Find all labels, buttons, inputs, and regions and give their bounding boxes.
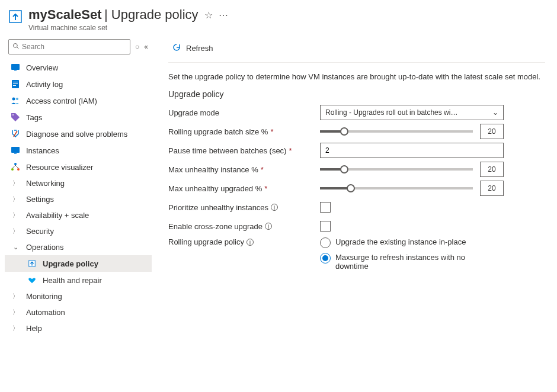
max-unhealthy-instance-label: Max unhealthy instance % * bbox=[168, 165, 320, 174]
sidebar-item-upgrade-policy[interactable]: Upgrade policy bbox=[5, 255, 152, 272]
nav-label: Help bbox=[26, 324, 42, 333]
chevron-down-icon: ⌄ bbox=[492, 108, 498, 117]
refresh-label: Refresh bbox=[186, 44, 213, 53]
search-input[interactable] bbox=[22, 43, 126, 51]
nav-label: Activity log bbox=[26, 80, 63, 89]
section-name: Upgrade policy bbox=[111, 7, 199, 22]
radio-label: Maxsurge to refresh instances with no do… bbox=[335, 253, 498, 271]
search-icon bbox=[12, 41, 20, 52]
nav-label: Availability + scale bbox=[26, 211, 89, 220]
pause-time-label: Pause time between batches (sec) * bbox=[168, 146, 320, 155]
svg-rect-13 bbox=[11, 147, 20, 153]
svg-rect-6 bbox=[13, 82, 18, 82]
resource-type-icon bbox=[8, 9, 23, 24]
more-menu-icon[interactable]: ⋯ bbox=[219, 9, 228, 21]
svg-line-2 bbox=[17, 47, 19, 49]
info-icon[interactable]: i bbox=[265, 223, 272, 230]
sidebar-item-security[interactable]: 〉 Security bbox=[5, 223, 152, 239]
sidebar-item-resource-visualizer[interactable]: Resource visualizer bbox=[5, 159, 152, 175]
resource-subtitle: Virtual machine scale set bbox=[28, 24, 549, 32]
max-unhealthy-instance-slider[interactable] bbox=[320, 168, 473, 171]
info-icon[interactable]: i bbox=[271, 204, 278, 211]
max-unhealthy-upgraded-slider[interactable] bbox=[320, 187, 473, 189]
max-unhealthy-upgraded-label: Max unhealthy upgraded % * bbox=[168, 184, 320, 193]
enable-cross-zone-checkbox[interactable] bbox=[320, 221, 331, 232]
sidebar-item-networking[interactable]: 〉 Networking bbox=[5, 175, 152, 191]
sidebar-item-access-control[interactable]: Access control (IAM) bbox=[5, 92, 152, 109]
sidebar-item-activity-log[interactable]: Activity log bbox=[5, 76, 152, 92]
pin-icon[interactable]: ○ bbox=[135, 43, 139, 51]
sidebar-item-health-repair[interactable]: Health and repair bbox=[5, 272, 152, 288]
svg-rect-8 bbox=[13, 85, 16, 86]
radio-label: Upgrade the existing instance in-place bbox=[335, 237, 466, 246]
collapse-sidebar-icon[interactable]: « bbox=[144, 43, 148, 51]
nav-label: Access control (IAM) bbox=[26, 97, 97, 105]
diagnose-icon bbox=[11, 129, 20, 139]
resource-visualizer-icon bbox=[11, 162, 20, 172]
page-title: myScaleSet | Upgrade policy bbox=[28, 7, 199, 23]
nav-label: Operations bbox=[26, 243, 64, 252]
upgrade-policy-icon bbox=[27, 259, 37, 268]
svg-point-16 bbox=[11, 168, 14, 171]
chevron-down-icon: ⌄ bbox=[11, 243, 20, 251]
sidebar-item-operations[interactable]: ⌄ Operations bbox=[5, 239, 152, 255]
nav-label: Overview bbox=[26, 63, 58, 72]
nav-label: Resource visualizer bbox=[26, 163, 93, 172]
svg-line-18 bbox=[12, 165, 15, 168]
dropdown-value: Rolling - Upgrades roll out in batches w… bbox=[325, 108, 457, 117]
slider-thumb[interactable] bbox=[347, 184, 355, 192]
nav-label: Automation bbox=[26, 308, 65, 317]
toolbar: Refresh bbox=[168, 37, 545, 63]
sidebar-item-help[interactable]: 〉 Help bbox=[5, 320, 152, 336]
slider-thumb[interactable] bbox=[340, 165, 348, 173]
sidebar-item-availability[interactable]: 〉 Availability + scale bbox=[5, 207, 152, 223]
radio-inplace[interactable]: Upgrade the existing instance in-place bbox=[320, 237, 498, 248]
chevron-right-icon: 〉 bbox=[11, 211, 20, 220]
svg-point-10 bbox=[16, 98, 18, 100]
sidebar-item-tags[interactable]: Tags bbox=[5, 109, 152, 126]
sidebar-item-diagnose[interactable]: Diagnose and solve problems bbox=[5, 126, 152, 142]
access-control-icon bbox=[11, 96, 20, 105]
nav-label: Diagnose and solve problems bbox=[26, 130, 127, 139]
health-repair-icon bbox=[27, 275, 37, 285]
intro-text: Set the upgrade policy to determine how … bbox=[168, 63, 545, 89]
slider-thumb[interactable] bbox=[340, 127, 348, 136]
sidebar-item-overview[interactable]: Overview bbox=[5, 59, 152, 76]
max-unhealthy-upgraded-value[interactable]: 20 bbox=[480, 181, 504, 196]
prioritize-unhealthy-checkbox[interactable] bbox=[320, 202, 331, 213]
favorite-star-icon[interactable]: ☆ bbox=[204, 9, 213, 21]
chevron-right-icon: 〉 bbox=[11, 227, 20, 236]
upgrade-mode-dropdown[interactable]: Rolling - Upgrades roll out in batches w… bbox=[320, 105, 504, 120]
batch-size-slider[interactable] bbox=[320, 130, 473, 133]
pause-time-input[interactable] bbox=[320, 143, 504, 158]
svg-point-15 bbox=[14, 163, 17, 165]
rolling-policy-label: Rolling upgrade policy i bbox=[168, 237, 320, 246]
sidebar-item-settings[interactable]: 〉 Settings bbox=[5, 191, 152, 207]
prioritize-unhealthy-label: Prioritize unhealthy instances i bbox=[168, 203, 320, 212]
svg-rect-3 bbox=[11, 64, 20, 70]
batch-size-value[interactable]: 20 bbox=[480, 124, 504, 139]
sidebar-search[interactable] bbox=[8, 39, 130, 54]
overview-icon bbox=[11, 63, 20, 72]
info-icon[interactable]: i bbox=[247, 239, 254, 246]
upgrade-mode-label: Upgrade mode bbox=[168, 108, 320, 117]
section-title: Upgrade policy bbox=[168, 89, 545, 99]
chevron-right-icon: 〉 bbox=[11, 324, 20, 333]
nav-label: Tags bbox=[26, 113, 42, 122]
max-unhealthy-instance-value[interactable]: 20 bbox=[480, 162, 504, 177]
svg-point-17 bbox=[17, 168, 20, 171]
sidebar-item-instances[interactable]: Instances bbox=[5, 142, 152, 159]
main-content: Refresh Set the upgrade policy to determ… bbox=[156, 37, 557, 336]
chevron-right-icon: 〉 bbox=[11, 292, 20, 301]
resource-name: myScaleSet bbox=[28, 7, 102, 22]
tags-icon bbox=[11, 113, 20, 122]
sidebar-item-automation[interactable]: 〉 Automation bbox=[5, 304, 152, 320]
radio-maxsurge[interactable]: Maxsurge to refresh instances with no do… bbox=[320, 253, 498, 271]
radio-icon bbox=[320, 253, 331, 264]
refresh-button[interactable]: Refresh bbox=[168, 40, 217, 56]
nav-label: Networking bbox=[26, 179, 65, 188]
nav-label: Upgrade policy bbox=[43, 259, 98, 268]
svg-rect-4 bbox=[14, 70, 17, 71]
nav-label: Health and repair bbox=[43, 276, 102, 285]
sidebar-item-monitoring[interactable]: 〉 Monitoring bbox=[5, 288, 152, 304]
